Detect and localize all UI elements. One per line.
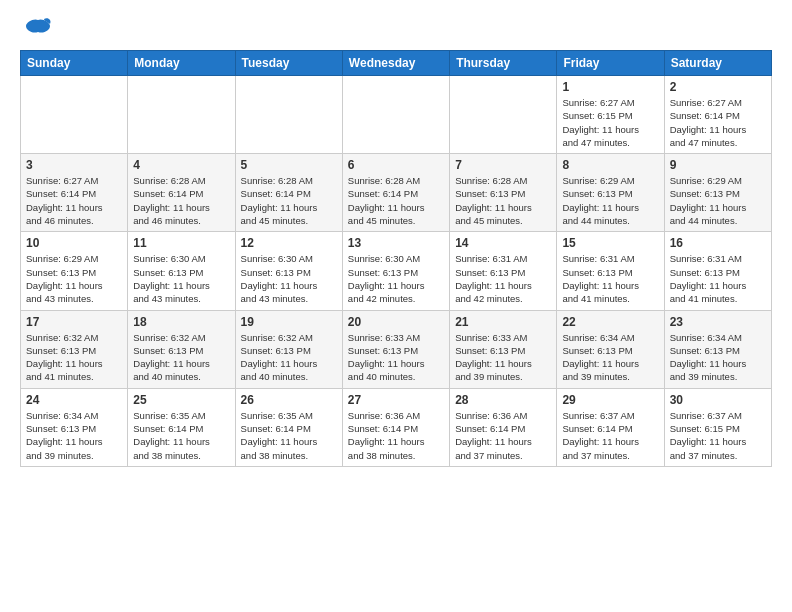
day-info: Sunrise: 6:28 AM Sunset: 6:14 PM Dayligh… [133, 174, 229, 227]
day-info: Sunrise: 6:28 AM Sunset: 6:14 PM Dayligh… [348, 174, 444, 227]
calendar-cell: 11Sunrise: 6:30 AM Sunset: 6:13 PM Dayli… [128, 232, 235, 310]
calendar-cell [21, 76, 128, 154]
day-number: 1 [562, 80, 658, 94]
calendar-week-1: 3Sunrise: 6:27 AM Sunset: 6:14 PM Daylig… [21, 154, 772, 232]
day-info: Sunrise: 6:30 AM Sunset: 6:13 PM Dayligh… [348, 252, 444, 305]
day-info: Sunrise: 6:27 AM Sunset: 6:14 PM Dayligh… [670, 96, 766, 149]
calendar-header-friday: Friday [557, 51, 664, 76]
day-number: 11 [133, 236, 229, 250]
calendar-cell: 26Sunrise: 6:35 AM Sunset: 6:14 PM Dayli… [235, 388, 342, 466]
calendar-cell: 28Sunrise: 6:36 AM Sunset: 6:14 PM Dayli… [450, 388, 557, 466]
day-number: 6 [348, 158, 444, 172]
day-info: Sunrise: 6:33 AM Sunset: 6:13 PM Dayligh… [348, 331, 444, 384]
day-number: 24 [26, 393, 122, 407]
day-info: Sunrise: 6:32 AM Sunset: 6:13 PM Dayligh… [241, 331, 337, 384]
day-number: 13 [348, 236, 444, 250]
calendar-cell: 20Sunrise: 6:33 AM Sunset: 6:13 PM Dayli… [342, 310, 449, 388]
day-number: 12 [241, 236, 337, 250]
day-info: Sunrise: 6:30 AM Sunset: 6:13 PM Dayligh… [133, 252, 229, 305]
calendar-cell: 27Sunrise: 6:36 AM Sunset: 6:14 PM Dayli… [342, 388, 449, 466]
calendar-cell: 12Sunrise: 6:30 AM Sunset: 6:13 PM Dayli… [235, 232, 342, 310]
day-number: 15 [562, 236, 658, 250]
calendar-cell: 15Sunrise: 6:31 AM Sunset: 6:13 PM Dayli… [557, 232, 664, 310]
calendar-cell: 29Sunrise: 6:37 AM Sunset: 6:14 PM Dayli… [557, 388, 664, 466]
calendar-cell: 22Sunrise: 6:34 AM Sunset: 6:13 PM Dayli… [557, 310, 664, 388]
calendar-cell [450, 76, 557, 154]
day-info: Sunrise: 6:27 AM Sunset: 6:15 PM Dayligh… [562, 96, 658, 149]
day-info: Sunrise: 6:32 AM Sunset: 6:13 PM Dayligh… [26, 331, 122, 384]
calendar-header-sunday: Sunday [21, 51, 128, 76]
day-number: 19 [241, 315, 337, 329]
logo [20, 16, 54, 40]
calendar-cell [128, 76, 235, 154]
day-info: Sunrise: 6:28 AM Sunset: 6:13 PM Dayligh… [455, 174, 551, 227]
calendar-cell: 17Sunrise: 6:32 AM Sunset: 6:13 PM Dayli… [21, 310, 128, 388]
day-info: Sunrise: 6:31 AM Sunset: 6:13 PM Dayligh… [455, 252, 551, 305]
logo-bird-icon [24, 16, 52, 40]
day-number: 5 [241, 158, 337, 172]
calendar-week-3: 17Sunrise: 6:32 AM Sunset: 6:13 PM Dayli… [21, 310, 772, 388]
page: SundayMondayTuesdayWednesdayThursdayFrid… [0, 0, 792, 483]
day-number: 28 [455, 393, 551, 407]
calendar-cell [235, 76, 342, 154]
calendar-cell: 6Sunrise: 6:28 AM Sunset: 6:14 PM Daylig… [342, 154, 449, 232]
calendar-header-tuesday: Tuesday [235, 51, 342, 76]
day-number: 14 [455, 236, 551, 250]
calendar-cell [342, 76, 449, 154]
calendar-cell: 21Sunrise: 6:33 AM Sunset: 6:13 PM Dayli… [450, 310, 557, 388]
day-info: Sunrise: 6:34 AM Sunset: 6:13 PM Dayligh… [26, 409, 122, 462]
day-number: 3 [26, 158, 122, 172]
calendar-cell: 23Sunrise: 6:34 AM Sunset: 6:13 PM Dayli… [664, 310, 771, 388]
calendar-cell: 2Sunrise: 6:27 AM Sunset: 6:14 PM Daylig… [664, 76, 771, 154]
calendar: SundayMondayTuesdayWednesdayThursdayFrid… [20, 50, 772, 467]
calendar-cell: 24Sunrise: 6:34 AM Sunset: 6:13 PM Dayli… [21, 388, 128, 466]
day-number: 30 [670, 393, 766, 407]
calendar-cell: 30Sunrise: 6:37 AM Sunset: 6:15 PM Dayli… [664, 388, 771, 466]
day-info: Sunrise: 6:32 AM Sunset: 6:13 PM Dayligh… [133, 331, 229, 384]
day-number: 25 [133, 393, 229, 407]
calendar-week-0: 1Sunrise: 6:27 AM Sunset: 6:15 PM Daylig… [21, 76, 772, 154]
calendar-cell: 5Sunrise: 6:28 AM Sunset: 6:14 PM Daylig… [235, 154, 342, 232]
day-info: Sunrise: 6:37 AM Sunset: 6:14 PM Dayligh… [562, 409, 658, 462]
calendar-header-saturday: Saturday [664, 51, 771, 76]
calendar-header-thursday: Thursday [450, 51, 557, 76]
calendar-header-wednesday: Wednesday [342, 51, 449, 76]
day-info: Sunrise: 6:36 AM Sunset: 6:14 PM Dayligh… [455, 409, 551, 462]
calendar-cell: 19Sunrise: 6:32 AM Sunset: 6:13 PM Dayli… [235, 310, 342, 388]
day-number: 8 [562, 158, 658, 172]
calendar-cell: 18Sunrise: 6:32 AM Sunset: 6:13 PM Dayli… [128, 310, 235, 388]
calendar-cell: 1Sunrise: 6:27 AM Sunset: 6:15 PM Daylig… [557, 76, 664, 154]
calendar-cell: 4Sunrise: 6:28 AM Sunset: 6:14 PM Daylig… [128, 154, 235, 232]
calendar-cell: 10Sunrise: 6:29 AM Sunset: 6:13 PM Dayli… [21, 232, 128, 310]
calendar-cell: 16Sunrise: 6:31 AM Sunset: 6:13 PM Dayli… [664, 232, 771, 310]
day-number: 4 [133, 158, 229, 172]
day-info: Sunrise: 6:29 AM Sunset: 6:13 PM Dayligh… [670, 174, 766, 227]
day-number: 22 [562, 315, 658, 329]
calendar-cell: 7Sunrise: 6:28 AM Sunset: 6:13 PM Daylig… [450, 154, 557, 232]
day-info: Sunrise: 6:35 AM Sunset: 6:14 PM Dayligh… [133, 409, 229, 462]
day-info: Sunrise: 6:31 AM Sunset: 6:13 PM Dayligh… [670, 252, 766, 305]
day-info: Sunrise: 6:31 AM Sunset: 6:13 PM Dayligh… [562, 252, 658, 305]
calendar-cell: 13Sunrise: 6:30 AM Sunset: 6:13 PM Dayli… [342, 232, 449, 310]
calendar-cell: 9Sunrise: 6:29 AM Sunset: 6:13 PM Daylig… [664, 154, 771, 232]
day-number: 21 [455, 315, 551, 329]
logo-area [20, 16, 54, 40]
day-info: Sunrise: 6:35 AM Sunset: 6:14 PM Dayligh… [241, 409, 337, 462]
day-info: Sunrise: 6:29 AM Sunset: 6:13 PM Dayligh… [26, 252, 122, 305]
day-number: 17 [26, 315, 122, 329]
calendar-week-2: 10Sunrise: 6:29 AM Sunset: 6:13 PM Dayli… [21, 232, 772, 310]
day-number: 29 [562, 393, 658, 407]
day-info: Sunrise: 6:34 AM Sunset: 6:13 PM Dayligh… [670, 331, 766, 384]
calendar-header-monday: Monday [128, 51, 235, 76]
calendar-header-row: SundayMondayTuesdayWednesdayThursdayFrid… [21, 51, 772, 76]
day-info: Sunrise: 6:28 AM Sunset: 6:14 PM Dayligh… [241, 174, 337, 227]
day-info: Sunrise: 6:27 AM Sunset: 6:14 PM Dayligh… [26, 174, 122, 227]
calendar-cell: 14Sunrise: 6:31 AM Sunset: 6:13 PM Dayli… [450, 232, 557, 310]
calendar-cell: 25Sunrise: 6:35 AM Sunset: 6:14 PM Dayli… [128, 388, 235, 466]
day-number: 26 [241, 393, 337, 407]
day-number: 20 [348, 315, 444, 329]
day-number: 2 [670, 80, 766, 94]
day-info: Sunrise: 6:33 AM Sunset: 6:13 PM Dayligh… [455, 331, 551, 384]
calendar-cell: 3Sunrise: 6:27 AM Sunset: 6:14 PM Daylig… [21, 154, 128, 232]
day-number: 10 [26, 236, 122, 250]
